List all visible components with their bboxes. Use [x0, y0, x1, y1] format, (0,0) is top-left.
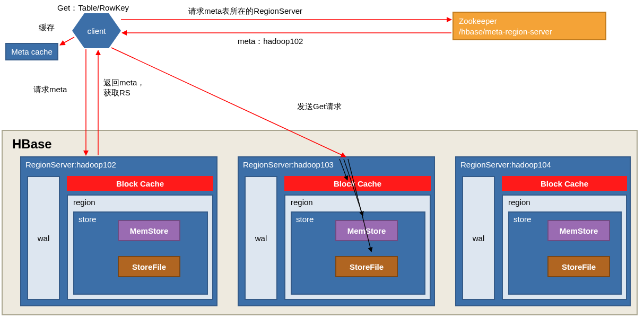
rs3-region: region store MemStore StoreFile [502, 195, 627, 300]
rs3-ms-text: MemStore [560, 226, 598, 235]
rs2-memstore: MemStore [335, 220, 398, 241]
rs1-bc-text: Block Cache [116, 179, 164, 188]
meta-cache-box: Meta cache [5, 43, 58, 60]
rs1-store: store MemStore StoreFile [73, 211, 208, 295]
rs3-bc-text: Block Cache [541, 179, 588, 188]
rs2-blockcache: Block Cache [284, 176, 431, 191]
rs1-store-text: store [79, 215, 96, 224]
diagram-canvas: Get：Table/RowKey 请求meta表所在的RegionServer … [0, 0, 644, 318]
get-label: Get：Table/RowKey [57, 3, 129, 13]
hbase-title: HBase [12, 137, 52, 152]
rs1-ms-text: MemStore [130, 226, 169, 235]
meta-cache-text: Meta cache [11, 47, 53, 56]
rs1-sf-text: StoreFile [132, 262, 166, 271]
rs3-region-text: region [508, 198, 530, 207]
rs3-store-text: store [514, 215, 531, 224]
cache-label: 缓存 [39, 23, 55, 33]
client-text: client [87, 26, 106, 36]
rs2-region-text: region [291, 198, 313, 207]
rs2-bc-text: Block Cache [334, 179, 381, 188]
req-meta-label: 请求meta [33, 85, 67, 95]
rs1-blockcache: Block Cache [67, 176, 213, 191]
rs2-sf-text: StoreFile [350, 262, 384, 271]
rs2-store-text: store [296, 215, 314, 224]
rs1-title: RegionServer:hadoop102 [25, 160, 116, 169]
rs1-storefile: StoreFile [118, 256, 180, 277]
rs1-memstore: MemStore [118, 220, 180, 241]
rs3-sf-text: StoreFile [562, 262, 596, 271]
rs2-region: region store MemStore StoreFile [284, 195, 431, 300]
rs1-wal-text: wal [38, 234, 50, 243]
rs3-wal: wal [462, 176, 495, 300]
rs1-wal: wal [27, 176, 60, 300]
rs2-wal: wal [245, 176, 277, 300]
return-meta-label: 返回meta， 获取RS [103, 78, 145, 98]
zookeeper-line2: /hbase/meta-region-server [459, 26, 600, 37]
rs2-ms-text: MemStore [347, 226, 386, 235]
client-node: client [72, 13, 121, 48]
rs1-region-text: region [73, 198, 95, 207]
req-zk-label: 请求meta表所在的RegionServer [188, 6, 302, 16]
send-get-label: 发送Get请求 [297, 102, 342, 112]
rs3-wal-text: wal [473, 234, 485, 243]
rs3-memstore: MemStore [547, 220, 610, 241]
regionserver-1: RegionServer:hadoop102 wal Block Cache r… [20, 156, 217, 306]
regionserver-2: RegionServer:hadoop103 wal Block Cache r… [238, 156, 435, 306]
zookeeper-line1: Zookeeper [459, 16, 600, 26]
rs2-store: store MemStore StoreFile [291, 211, 425, 295]
rs2-wal-text: wal [255, 234, 267, 243]
rs2-storefile: StoreFile [335, 256, 398, 277]
rs1-region: region store MemStore StoreFile [67, 195, 213, 300]
regionserver-3: RegionServer:hadoop104 wal Block Cache r… [455, 156, 631, 306]
zookeeper-box: Zookeeper /hbase/meta-region-server [452, 12, 606, 40]
meta-return-label: meta：hadoop102 [238, 37, 303, 47]
svg-line-2 [60, 37, 74, 45]
rs3-blockcache: Block Cache [502, 176, 627, 191]
rs3-storefile: StoreFile [547, 256, 610, 277]
rs3-title: RegionServer:hadoop104 [460, 160, 551, 169]
rs3-store: store MemStore StoreFile [508, 211, 622, 295]
rs2-title: RegionServer:hadoop103 [243, 160, 334, 169]
